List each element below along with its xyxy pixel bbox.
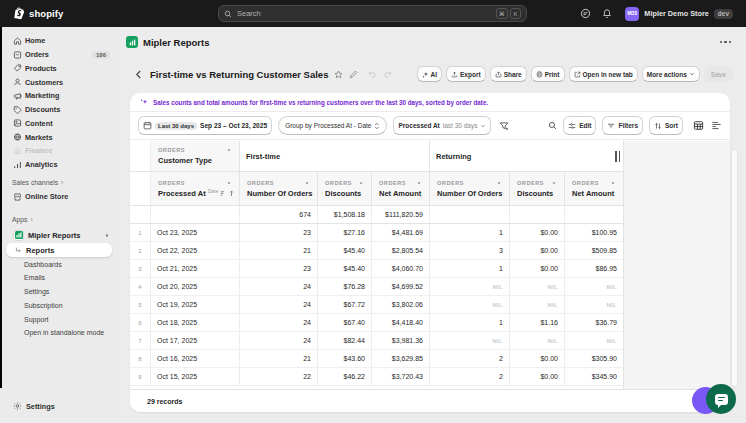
page-scrollbar[interactable]	[732, 150, 737, 386]
table-row[interactable]: 8 Oct 16, 2025 21 $43.60 $3,629.85 2 $0.…	[130, 350, 623, 368]
total-cell: $1,508.18	[318, 206, 372, 223]
add-filter-icon[interactable]	[499, 121, 509, 131]
caret-down-icon	[610, 180, 616, 186]
column-resize-handle[interactable]	[615, 151, 620, 162]
inbox-icon[interactable]	[580, 8, 591, 19]
calendar-icon	[143, 121, 152, 130]
open-new-tab-button[interactable]: Open in new tab	[569, 66, 638, 82]
banner-text: Sales counts and total amounts for first…	[153, 99, 488, 106]
sidebar-item-customers[interactable]: Customers	[0, 75, 118, 89]
more-menu-icon[interactable]	[720, 41, 731, 43]
sidebar-item-marketing[interactable]: Marketing	[0, 89, 118, 103]
shopify-bag-icon	[13, 7, 25, 20]
sidebar-item-support[interactable]: Support	[0, 312, 118, 326]
store-name: Mipler Demo Store	[644, 9, 708, 18]
sidebar-item-content[interactable]: Content	[0, 117, 118, 131]
more-actions-button[interactable]: More actions	[642, 66, 700, 82]
back-button[interactable]	[133, 69, 144, 80]
redo-icon[interactable]	[383, 70, 393, 79]
table-row[interactable]: 6 Oct 18, 2025 24 $67.40 $4,418.40 1 $1.…	[130, 314, 623, 332]
caret-down-icon	[496, 180, 502, 186]
print-button[interactable]: Print	[531, 66, 565, 82]
store-avatar: MDS	[625, 7, 639, 21]
chat-icon	[715, 394, 728, 405]
search-table-icon[interactable]	[548, 121, 557, 130]
sidebar-item-dashboards[interactable]: Dashboards	[0, 257, 118, 271]
shopify-logo[interactable]: shopify	[13, 7, 63, 20]
sidebar-item-open-in-standalone-mode[interactable]: Open in standalone mode	[0, 326, 118, 340]
discounts-icon	[13, 105, 22, 115]
export-button[interactable]: Export	[446, 66, 486, 82]
date-range-button[interactable]: Last 30 days Sep 23 – Oct 23, 2025	[138, 116, 272, 135]
column-header-net-amount[interactable]: ORDERS Net Amount	[372, 172, 430, 206]
apps-section[interactable]: Apps›	[0, 213, 118, 227]
table-row[interactable]: 4 Oct 20, 2025 24 $76.28 $4,699.52 NIL N…	[130, 278, 623, 296]
record-count: 29 records	[130, 389, 730, 412]
chat-launcher[interactable]	[692, 384, 736, 415]
undo-icon[interactable]	[367, 70, 377, 79]
table-view-icon[interactable]	[693, 120, 704, 131]
filter-condition-button[interactable]: Processed At last 30 days	[393, 116, 491, 135]
caret-down-icon	[551, 180, 557, 186]
chevron-down-icon	[480, 123, 486, 129]
sales-channels-section[interactable]: Sales channels›	[0, 176, 118, 190]
shopify-logo-text: shopify	[29, 8, 63, 19]
table-row[interactable]: 2 Oct 22, 2025 21 $45.40 $2,805.54 3 $0.…	[130, 242, 623, 260]
table-row[interactable]: 9 Oct 15, 2025 22 $46.22 $3,720.43 2 $0.…	[130, 368, 623, 386]
table-row[interactable]: 3 Oct 21, 2025 23 $45.40 $4,060.70 1 $0.…	[130, 260, 623, 278]
column-header-number-of-orders[interactable]: ORDERS Number Of Orders	[430, 172, 510, 206]
sidebar-item-products[interactable]: Products	[0, 62, 118, 76]
sidebar-item-settings[interactable]: Settings	[0, 401, 55, 411]
chat-button[interactable]	[706, 384, 736, 414]
favorite-star-icon[interactable]	[334, 70, 343, 79]
caret-down-icon	[416, 180, 422, 186]
sort-button[interactable]: Sort	[649, 116, 683, 135]
row-number-column-header	[130, 141, 151, 172]
group-by-button[interactable]: Group by Processed At - Date	[278, 116, 387, 135]
totals-row: 674$1,508.18$111,820.59	[130, 206, 623, 224]
date-chip: Last 30 days	[155, 122, 197, 130]
column-header-number-of-orders[interactable]: ORDERS Number Of Orders	[240, 172, 318, 206]
column-header-processed-at[interactable]: ORDERS Processed AtDate	[151, 172, 240, 206]
share-icon	[495, 71, 502, 78]
sidebar-item-mipler-reports[interactable]: Mipler Reports	[0, 228, 118, 242]
sidebar-item-settings[interactable]: Settings	[0, 285, 118, 299]
sidebar-item-reports-selected[interactable]: Reports	[6, 243, 112, 257]
store-menu[interactable]: MDS Mipler Demo Store dev	[625, 7, 733, 21]
notifications-icon[interactable]	[602, 8, 612, 19]
column-header-customer-type[interactable]: ORDERS Customer Type	[151, 141, 240, 172]
table-row[interactable]: 1 Oct 23, 2025 23 $27.16 $4,481.69 1 $0.…	[130, 224, 623, 242]
edit-title-icon[interactable]	[349, 70, 358, 79]
sidebar-item-discounts[interactable]: Discounts	[0, 103, 118, 117]
markets-icon	[13, 132, 22, 142]
sparkle-icon	[140, 98, 148, 106]
share-button[interactable]: Share	[490, 66, 527, 82]
group-header-returning: Returning	[430, 141, 623, 172]
sort-asc-icon[interactable]	[220, 190, 234, 197]
column-header-discounts[interactable]: ORDERS Discounts	[510, 172, 565, 206]
ai-button[interactable]: AI	[417, 66, 443, 82]
sidebar-item-subscription[interactable]: Subscription	[0, 299, 118, 313]
column-header-discounts[interactable]: ORDERS Discounts	[318, 172, 372, 206]
edit-button[interactable]: Edit	[563, 116, 596, 135]
table-row[interactable]: 5 Oct 19, 2025 24 $67.72 $3,802.06 NIL N…	[130, 296, 623, 314]
global-search-input[interactable]: Search ⌘ K	[218, 5, 527, 22]
gear-icon	[13, 401, 22, 411]
chart-view-icon[interactable]	[711, 120, 722, 131]
sidebar-item-finance[interactable]: Finance	[0, 144, 118, 158]
sidebar-item-online-store[interactable]: Online Store	[0, 190, 118, 204]
pin-dot	[106, 234, 109, 237]
filters-button[interactable]: Filters	[602, 116, 643, 135]
column-header-net-amount[interactable]: ORDERS Net Amount	[565, 172, 623, 206]
cmd-key: ⌘	[496, 8, 508, 19]
table-row[interactable]: 7 Oct 17, 2025 24 $82.44 $3,981.36 NIL N…	[130, 332, 623, 350]
sidebar-item-emails[interactable]: Emails	[0, 271, 118, 285]
sidebar-item-home[interactable]: Home	[0, 34, 118, 48]
sidebar-item-markets[interactable]: Markets	[0, 130, 118, 144]
env-badge: dev	[714, 9, 733, 19]
sidebar-item-orders[interactable]: Orders 186	[0, 48, 118, 62]
save-button[interactable]: Save	[704, 66, 733, 82]
sort-arrows-icon	[654, 122, 662, 130]
caret-down-icon	[304, 180, 310, 186]
sidebar-item-analytics[interactable]: Analytics	[0, 158, 118, 172]
